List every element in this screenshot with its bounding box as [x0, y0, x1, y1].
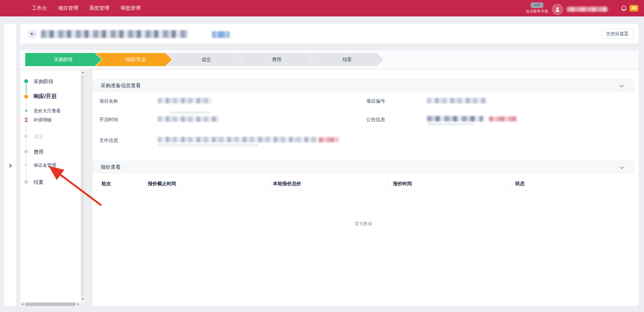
redaction-artifact [158, 144, 258, 146]
collapsed-panel-strip [4, 24, 16, 306]
scroll-up-arrow-icon[interactable] [82, 71, 84, 73]
user-avatar[interactable] [552, 4, 563, 15]
vip-upgrade-label: 会员服务升级 [525, 9, 549, 14]
nav-item-system-mgmt[interactable]: 系统管理 [89, 5, 109, 11]
column-divider [509, 179, 509, 188]
console-home-button[interactable]: 主控台首页 [601, 29, 634, 39]
col-header-status: 状态 [515, 176, 525, 191]
top-navbar: 工作台 项目管理 系统管理 审批管理 VIP 会员服务升级 46 [0, 0, 644, 16]
col-header-round: 轮次 [102, 176, 111, 191]
step-closing[interactable]: 结案 [307, 53, 383, 66]
redaction-artifact [427, 123, 474, 125]
field-value-project-name-redacted [158, 98, 212, 103]
username-redacted [567, 7, 608, 12]
field-label-open-time: 开启时间 [99, 117, 118, 123]
quote-table-header-row: 轮次 报价截止时间 本轮报价总价 报价时间 状态 [93, 176, 635, 191]
stage-dot-done-icon [24, 79, 28, 83]
col-header-round-total: 本轮报价总价 [273, 176, 301, 191]
notification-count-badge[interactable]: 46 [630, 5, 638, 11]
scroll-down-arrow-icon[interactable] [82, 299, 84, 300]
stage-dot-current-icon [24, 95, 28, 99]
prep-section-header[interactable]: 采购准备信息查看 [93, 79, 635, 92]
field-label-project-name: 项目名称 [99, 98, 118, 104]
process-steps-bar: 采购阶段 响应/开启 成交 费用 结案 [20, 50, 639, 69]
file-link-redacted[interactable] [319, 137, 339, 142]
vertical-scrollbar[interactable] [80, 70, 85, 302]
field-value-file-info-redacted [158, 137, 317, 142]
chevron-right-icon[interactable] [8, 164, 11, 167]
stage-dot-icon [24, 180, 28, 184]
scroll-left-arrow-icon[interactable] [21, 303, 23, 306]
vertical-scroll-thumb[interactable] [81, 75, 84, 297]
sidebar-item-deal[interactable]: 成交 [34, 134, 44, 140]
column-divider [387, 179, 387, 188]
chevron-down-icon[interactable] [620, 83, 624, 88]
sidebar-item-procurement-stage[interactable]: 采购阶段 [34, 79, 54, 85]
horizontal-scrollbar[interactable] [20, 302, 85, 307]
sidebar-item-response-open[interactable]: 响应/开启 [34, 93, 56, 100]
sidebar-item-deposit-management[interactable]: 保证金管理 [34, 162, 56, 168]
announcement-link-redacted[interactable] [489, 116, 517, 121]
field-label-project-no: 项目编号 [366, 98, 385, 104]
sidebar-item-closing[interactable]: 结案 [34, 179, 44, 186]
notification-bell-icon[interactable] [620, 4, 628, 12]
chevron-down-icon[interactable] [620, 165, 624, 169]
arrow-left-icon [30, 31, 35, 37]
col-header-quote-time: 报价时间 [393, 176, 412, 191]
sidebar-item-bidding-hall[interactable]: 竞价大厅查看 [34, 108, 61, 114]
field-value-project-no-redacted [427, 98, 487, 103]
main-content-card: 采购准备信息查看 项目名称 项目编号 开启时间 公告信息 文件信息 报价查看 轮… [93, 70, 639, 306]
empty-state-text: 暂无数据 [93, 221, 635, 227]
main-menu: 工作台 项目管理 系统管理 审批管理 [32, 0, 141, 16]
person-icon [554, 6, 560, 12]
back-button[interactable] [28, 29, 37, 39]
project-title-redacted [41, 30, 188, 38]
column-divider [146, 179, 146, 188]
ring-green-icon [25, 110, 27, 112]
stage-sidebar: 采购阶段 响应/开启 竞价大厅查看 补填明细 成交 费用 保证金管理 结案 [20, 70, 85, 307]
quote-section-title: 报价查看 [101, 160, 121, 174]
sidebar-item-fill-details[interactable]: 补填明细 [34, 117, 52, 123]
timeline-connector-done [26, 84, 26, 94]
col-header-quote-deadline: 报价截止时间 [148, 176, 176, 191]
stage-dot-disabled-icon [24, 134, 28, 138]
step-procurement-stage[interactable]: 采购阶段 [25, 53, 102, 66]
stage-dot-icon [24, 150, 28, 154]
quote-section-header[interactable]: 报价查看 [93, 160, 635, 174]
field-label-announcement: 公告信息 [366, 117, 385, 123]
field-label-file-info: 文件信息 [99, 138, 118, 144]
step-response-open[interactable]: 响应/开启 [96, 53, 172, 66]
nav-item-project-mgmt[interactable]: 项目管理 [58, 5, 78, 11]
field-value-announcement-redacted [427, 116, 483, 121]
sidebar-item-fees[interactable]: 费用 [34, 149, 44, 155]
step-deal[interactable]: 成交 [166, 53, 243, 66]
hourglass-icon [24, 117, 29, 122]
step-fees[interactable]: 费用 [236, 53, 313, 66]
nav-item-approval-mgmt[interactable]: 审批管理 [120, 5, 141, 11]
vip-icon: VIP [531, 2, 543, 8]
page-header-card: 主控台首页 [20, 24, 639, 44]
scroll-right-arrow-icon[interactable] [77, 303, 79, 306]
nav-item-workbench[interactable]: 工作台 [32, 5, 47, 11]
prep-section-title: 采购准备信息查看 [101, 79, 141, 92]
column-divider [270, 179, 270, 188]
redaction-artifact [170, 111, 210, 114]
ring-gray-icon [25, 164, 27, 166]
vip-upgrade[interactable]: VIP 会员服务升级 [525, 2, 549, 14]
horizontal-scroll-thumb[interactable] [25, 303, 76, 306]
field-value-open-time-redacted [158, 116, 219, 122]
status-badge-redacted [212, 31, 229, 38]
